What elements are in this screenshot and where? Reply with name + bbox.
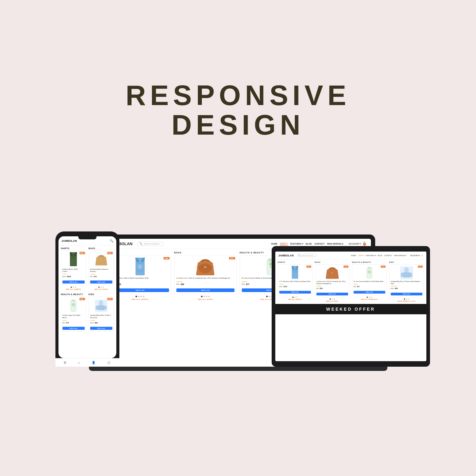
bags-product-image xyxy=(176,258,234,276)
tablet-shirts-price: $756 $735 xyxy=(279,286,311,287)
tablet-bags-new: $59 xyxy=(320,287,323,289)
phone-bags-see-all[interactable]: SEE ALL BAGS xyxy=(89,288,114,290)
tablet-health-col: HEALTH & BEAUTY Sale! xyxy=(352,261,387,302)
tablet-nav-arrivals[interactable]: NEW ARRIVALS xyxy=(394,255,407,256)
dot-3 xyxy=(206,296,207,297)
shirts-add-to-cart[interactable]: Add to cart xyxy=(111,288,169,292)
dot-1 xyxy=(266,296,268,297)
tablet-shirts-image xyxy=(279,266,311,280)
phone-bags-badge: Sale! xyxy=(107,252,113,254)
svg-rect-59 xyxy=(401,273,404,277)
tablet-health-add[interactable]: Add to cart xyxy=(354,291,385,294)
tablet-shirts-old: $756 xyxy=(279,286,283,287)
tablet-kids-see-all[interactable]: SHOP BABIES & TOYS xyxy=(389,300,424,302)
bags-title: BAGS xyxy=(174,252,237,254)
tablet-health-see-all[interactable]: SEE ALL PRODUCTS xyxy=(352,298,387,300)
phone-shirts-see-all[interactable]: SEE ALL SHIRTS xyxy=(61,288,86,290)
phone-shirts-add[interactable]: Add to cart xyxy=(62,280,85,284)
phone-bags-old: $89 xyxy=(90,276,93,277)
devices-wrapper: JAMBOLAN 🔍 Search products... HOME SHOP … xyxy=(55,158,421,371)
laptop-nav-right: ACCOUNT ▾ 🛒0 xyxy=(349,241,366,247)
phone-bags-add[interactable]: Add to cart xyxy=(90,280,112,284)
nav-contact[interactable]: CONTACT xyxy=(314,243,325,245)
tablet-shirts-see-all[interactable]: SEE ALL SHIRTS xyxy=(278,298,312,300)
nav-shop[interactable]: SHOP ▾ xyxy=(280,242,288,245)
tablet-health-dots xyxy=(352,297,387,298)
phone-kids-add[interactable]: Add to cart xyxy=(90,327,112,330)
dot-1 xyxy=(136,296,137,297)
phone-search-icon[interactable]: 🔍 xyxy=(110,239,113,242)
nav-account[interactable]: ACCOUNT ▾ xyxy=(349,243,361,245)
svg-point-57 xyxy=(404,267,408,273)
nav-cart[interactable]: 🛒0 xyxy=(363,241,366,247)
phone-health-name: Goody Large Two Sided Mirror... xyxy=(62,314,85,319)
tablet-beauty-svg xyxy=(365,266,374,280)
tablet-account[interactable]: ACCOUNT ▾ xyxy=(410,255,420,256)
svg-rect-54 xyxy=(368,267,371,269)
nav-features[interactable]: FEATURES ▾ xyxy=(290,243,303,245)
phone-shirt-svg xyxy=(68,252,79,267)
tablet-bags-dots xyxy=(315,298,350,300)
tablet-bags-add[interactable]: Add to cart xyxy=(316,293,348,295)
p-dot xyxy=(73,287,74,288)
tablet-bags-see-all[interactable]: SEE ALL BAGS xyxy=(315,300,350,302)
tablet-search-box[interactable]: 🔍 Search products... xyxy=(297,254,317,257)
phone-bags-dots xyxy=(89,287,114,288)
bags-product-card: Sale! xyxy=(174,256,237,294)
phone-shirts-stars: ★★★☆ xyxy=(62,273,85,275)
phone-notch xyxy=(78,236,97,239)
phone-row-1: SHIRTS Sale! xyxy=(61,247,114,290)
tablet-search-text: Search products... xyxy=(301,255,315,256)
bags-add-to-cart[interactable]: Add to cart xyxy=(176,288,234,292)
phone-kids-svg xyxy=(94,298,108,313)
tablet-kids-title: KIDS xyxy=(389,261,424,263)
tablet-nav-shop[interactable]: SHOP ▾ xyxy=(358,255,364,256)
bags-dots xyxy=(174,296,237,297)
tablet-nav-contact[interactable]: CONTACT xyxy=(384,255,392,256)
nav-new-arrivals[interactable]: NEW ARRIVALS xyxy=(327,243,343,245)
nav-blog[interactable]: BLOG xyxy=(306,243,312,245)
nav-home[interactable]: HOME xyxy=(271,243,277,245)
page-container: RESPONSIVE DESIGN JAMBOLAN 🔍 Search prod… xyxy=(0,0,476,476)
bags-price-row: $68 $59 xyxy=(176,283,234,285)
tablet-health-image xyxy=(354,266,385,280)
p-dot xyxy=(100,287,102,288)
tablet-cart[interactable]: 🛒 xyxy=(421,255,423,256)
phone-health-stars: ★★★☆ xyxy=(62,319,85,321)
bags-see-all[interactable]: SEE ALL BAGS xyxy=(174,298,237,300)
svg-point-11 xyxy=(199,263,212,273)
tablet-bags-name: La Terre 2-in-1 Tote & Crossbody Set, 2P… xyxy=(316,280,348,284)
headline-section: RESPONSIVE DESIGN xyxy=(125,81,350,139)
phone-bags-title: BAGS xyxy=(89,247,114,249)
tablet-screen: JAMBOLAN 🔍 Search products... HOME SHOP … xyxy=(275,252,426,361)
tablet-shirts-new: $735 xyxy=(284,286,287,287)
phone-health-image xyxy=(62,298,85,313)
dot-1 xyxy=(201,296,203,297)
dot-2 xyxy=(203,296,205,297)
bags-sale-badge: Sale! xyxy=(229,257,235,259)
tablet-kids-add[interactable]: Add to cart xyxy=(391,293,422,295)
tablet-nav-features[interactable]: FEATURES ▾ xyxy=(366,255,376,256)
tablet-shirts-stars: ★★★☆ xyxy=(279,283,311,285)
phone-kids-price: $123 $99 xyxy=(90,322,112,324)
phone-bags-stars: ★★★★ xyxy=(90,273,112,275)
tablet-shirts-card: Sale! xyxy=(278,264,312,295)
shirt-svg xyxy=(132,258,148,276)
svg-rect-58 xyxy=(403,272,410,277)
tablet-products-area: SHIRTS Sale! xyxy=(275,259,426,304)
phone-kids-title: KIDS xyxy=(89,293,114,295)
phone-shirts-card: Sale! xyxy=(61,251,86,285)
tablet-shirts-add[interactable]: Add to cart xyxy=(279,291,311,294)
phone-health-add[interactable]: Add to cart xyxy=(62,327,85,330)
phone-health-price: $85 $77 xyxy=(62,322,85,324)
laptop-search-box[interactable]: 🔍 Search products... xyxy=(137,242,163,246)
phone-bags-name: No Boundaries Women's Essenti... xyxy=(90,268,112,273)
tablet-health-old: $85 xyxy=(354,286,356,287)
dot-2 xyxy=(269,296,270,297)
tablet-kids-old: $123 xyxy=(391,287,394,289)
tablet-nav-home[interactable]: HOME xyxy=(351,255,356,256)
svg-point-39 xyxy=(72,303,75,307)
t-dot xyxy=(332,298,333,300)
phone-shirts-price: $636 $602 xyxy=(62,276,85,277)
tablet-nav-blog[interactable]: BLOG xyxy=(378,255,383,256)
